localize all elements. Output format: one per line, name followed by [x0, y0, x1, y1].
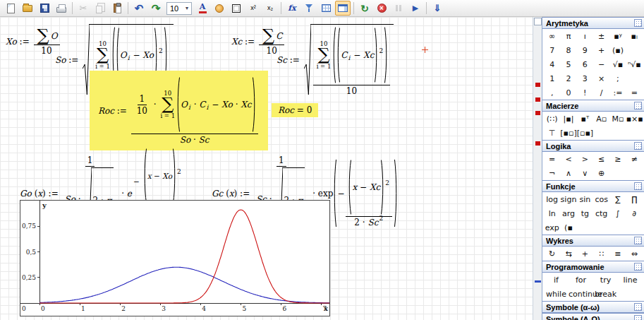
subscript-button[interactable] — [262, 1, 278, 16]
or-button[interactable]: ∨ — [577, 169, 593, 178]
imaginary-unit-button[interactable]: ı — [577, 32, 593, 41]
pi-button[interactable]: π — [560, 32, 576, 41]
palette-popout-icon[interactable] — [634, 182, 642, 190]
not-button[interactable]: ¬ — [544, 169, 560, 178]
infinity-button[interactable]: ∞ — [544, 32, 560, 41]
palette-section-header[interactable]: Arytmetyka — [542, 17, 644, 29]
side-panel-toggle-button[interactable] — [335, 1, 351, 16]
greater-equal-button[interactable]: ≥ — [609, 155, 626, 164]
scroll-up-button[interactable] — [534, 18, 542, 25]
palette-item[interactable]: 2 — [560, 74, 576, 83]
crosshair-button[interactable]: + — [577, 249, 593, 259]
worksheet[interactable]: Xo := ∑O10So := 10∑i = 1Oi − Xo210Xc := … — [0, 17, 533, 320]
cross-product-button[interactable]: ▪×▪ — [626, 114, 643, 124]
palette-item[interactable]: sin — [577, 195, 593, 204]
less-equal-button[interactable]: ≤ — [593, 155, 609, 164]
palette-popout-icon[interactable] — [634, 315, 642, 320]
palette-item[interactable]: ctg — [593, 209, 609, 218]
move-button[interactable]: ⇆ — [560, 249, 576, 259]
recalculate-button[interactable] — [357, 1, 372, 16]
derivative-button[interactable]: ∂ — [626, 209, 643, 218]
integral-button[interactable]: ∫ — [609, 209, 626, 218]
font-size-combo[interactable]: 10▾ — [166, 2, 192, 15]
new-document-button[interactable] — [3, 1, 18, 16]
greater-button[interactable]: > — [577, 155, 593, 164]
cofactor-button[interactable]: M▫ — [609, 114, 626, 124]
lines-mode-button[interactable]: ≡ — [609, 249, 626, 259]
palette-item[interactable]: arg — [560, 209, 576, 218]
paste-button[interactable] — [109, 1, 125, 16]
minus-button[interactable]: − — [593, 60, 609, 69]
print-button[interactable] — [54, 1, 69, 16]
palette-popout-icon[interactable] — [634, 237, 642, 244]
not-equal-button[interactable]: ≠ — [626, 155, 643, 164]
superscript-button[interactable] — [245, 1, 261, 16]
insert-function-button[interactable] — [284, 1, 300, 16]
points-mode-button[interactable]: ∷ — [593, 249, 609, 259]
palette-item[interactable]: log — [544, 195, 560, 204]
palette-section-header[interactable]: Macierze — [542, 100, 644, 112]
comma-button[interactable]: , — [544, 88, 560, 97]
palette-item[interactable]: if — [544, 275, 569, 285]
palette-item[interactable]: sign — [560, 195, 576, 204]
palette-popout-icon[interactable] — [634, 142, 642, 150]
palette-popout-icon[interactable] — [634, 19, 642, 27]
submatrix-button[interactable]: [▫▪] — [577, 129, 593, 138]
palette-item[interactable]: 7 — [544, 46, 560, 55]
formula-roc-value[interactable]: Roc = 0 — [272, 103, 318, 117]
palette-item[interactable]: exp — [544, 223, 560, 232]
palette-item[interactable]: line — [618, 275, 643, 285]
interrupt-button[interactable] — [374, 1, 389, 16]
product-button[interactable]: ∏ — [626, 195, 643, 204]
insert-matrix-button[interactable] — [318, 1, 334, 16]
minor-button[interactable]: A▫ — [593, 114, 609, 124]
plus-button[interactable]: + — [593, 46, 609, 55]
scrollbar[interactable] — [533, 17, 542, 320]
border-button[interactable] — [229, 1, 244, 16]
palette-item[interactable]: cos — [593, 195, 609, 204]
debug-step-button[interactable] — [430, 1, 445, 16]
formula-xo[interactable]: Xo := ∑O10 — [6, 28, 61, 56]
palette-item[interactable]: 6 — [577, 60, 593, 69]
palette-item[interactable]: 3 — [577, 74, 593, 83]
rotate-button[interactable]: ↻ — [544, 249, 560, 259]
palette-item[interactable]: break — [593, 290, 618, 299]
palette-popout-icon[interactable] — [634, 303, 642, 311]
insert-unit-button[interactable] — [301, 1, 317, 16]
semicolon-button[interactable]: ; — [609, 74, 626, 83]
square-root-button[interactable]: √▪ — [609, 60, 626, 69]
assign-button[interactable]: := — [609, 88, 626, 97]
formula-roc[interactable]: Roc := 110 · 10∑i = 1Oi · Ci − Xo · XcSo… — [90, 71, 268, 150]
palette-item[interactable]: tg — [577, 209, 593, 218]
background-color-button[interactable] — [212, 1, 227, 16]
bool-equal-button[interactable]: = — [544, 155, 560, 164]
divide-button[interactable]: / — [593, 88, 609, 97]
augment-button[interactable]: [▪▫] — [560, 129, 576, 138]
plot-region[interactable]: 012345670,250,50,750yx — [20, 200, 330, 316]
palette-section-header[interactable]: Funkcje — [542, 180, 644, 192]
power-button[interactable]: ▪ʸ — [609, 32, 626, 41]
palette-section-header[interactable]: Logika — [542, 140, 644, 152]
palette-item[interactable]: for — [569, 275, 593, 285]
font-color-button[interactable] — [195, 1, 210, 16]
transpose-button[interactable]: ▪ᵀ — [577, 114, 593, 124]
palette-item[interactable]: 8 — [560, 46, 576, 55]
factorial-button[interactable]: ! — [577, 88, 593, 97]
palette-item[interactable]: while — [544, 290, 569, 299]
scale-button[interactable]: ⇔ — [626, 249, 643, 259]
evaluate-button[interactable]: = — [626, 88, 643, 97]
palette-section-header[interactable]: Symbole (α-ω) — [542, 301, 644, 313]
palette-item[interactable]: 5 — [560, 60, 576, 69]
palette-item[interactable]: 0 — [560, 88, 576, 97]
open-file-button[interactable] — [20, 1, 35, 16]
redo-button[interactable] — [148, 1, 164, 16]
matrix-button[interactable]: (∷) — [544, 114, 560, 124]
palette-item[interactable]: ln — [544, 209, 560, 218]
less-button[interactable]: < — [560, 155, 576, 164]
palette-item[interactable]: 1 — [544, 74, 560, 83]
palette-item[interactable]: 9 — [577, 46, 593, 55]
palette-item[interactable]: continue — [569, 290, 593, 299]
function-call-button[interactable]: (▪ — [560, 223, 576, 232]
plus-minus-button[interactable]: ± — [593, 32, 609, 41]
xor-button[interactable]: ⊕ — [593, 169, 609, 178]
